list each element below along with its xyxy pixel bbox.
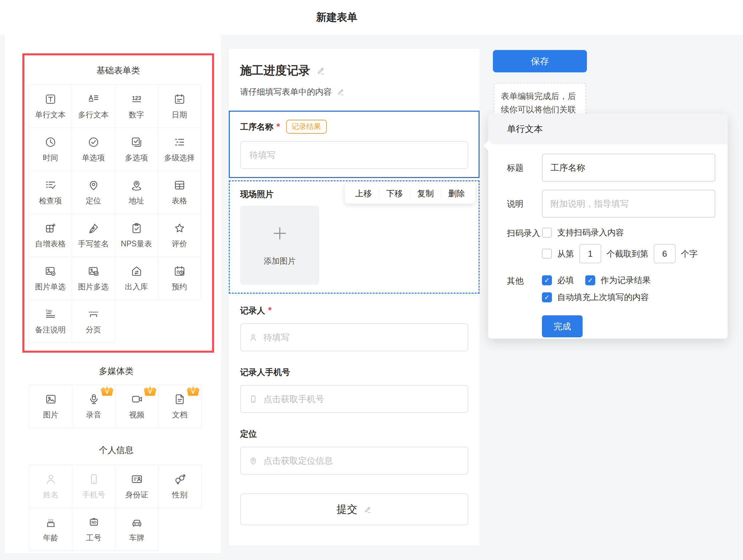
palette-item-employee-id[interactable]: 工号 xyxy=(72,508,116,551)
edit-submit-icon[interactable] xyxy=(363,505,372,514)
form-field-process-name-selected[interactable]: 工序名称 * 记录结果 xyxy=(229,111,480,178)
clock-icon xyxy=(44,136,57,148)
palette-item-label: 自增表格 xyxy=(35,239,66,249)
palette-item-time[interactable]: 时间 xyxy=(29,128,72,171)
palette-item-multi-level-select[interactable]: 多级选择 xyxy=(158,128,201,171)
calendar-clock-icon xyxy=(173,265,186,277)
star-icon xyxy=(173,222,186,234)
palette-item-check-item[interactable]: 检查项 xyxy=(29,171,72,214)
palette-item-auto-increment-table[interactable]: 自增表格 xyxy=(29,214,72,257)
palette-item-page-break[interactable]: 分页 xyxy=(72,300,115,343)
palette-item-label: 姓名 xyxy=(43,490,58,500)
truncate-to-input[interactable] xyxy=(654,244,675,263)
palette-item-label: 图片单选 xyxy=(35,282,66,292)
palette-item-video[interactable]: V视频 xyxy=(115,385,159,428)
recorder-phone-input-box[interactable] xyxy=(240,385,468,413)
palette-item-number[interactable]: 数字 xyxy=(115,85,158,128)
recorder-input[interactable] xyxy=(263,332,460,343)
edit-title-icon[interactable] xyxy=(316,66,325,75)
gender-icon xyxy=(174,473,186,485)
vip-badge: V xyxy=(144,386,157,396)
scan-from-label: 从第 xyxy=(557,248,574,259)
person-icon xyxy=(249,333,258,342)
scan-support-checkbox[interactable] xyxy=(542,228,552,238)
save-button[interactable]: 保存 xyxy=(493,50,587,72)
palette-item-multi-choice[interactable]: 多选项 xyxy=(115,128,158,171)
required-checkbox-checked[interactable] xyxy=(542,275,552,285)
field-palette-sidebar: 基础表单类 单行文本 多行文本 数字 日期 时间 单选项 多选项 多级选择 检查… xyxy=(5,35,221,553)
new-form-builder-page: 新建表单 基础表单类 单行文本 多行文本 数字 日期 时间 单选项 多选项 多级… xyxy=(0,0,743,560)
palette-item-booking[interactable]: 预约 xyxy=(158,256,201,300)
checklist-icon xyxy=(44,179,57,191)
done-button[interactable]: 完成 xyxy=(542,315,582,337)
palette-item-label: 日期 xyxy=(172,110,187,120)
birthday-cake-icon xyxy=(45,516,57,528)
vip-badge: V xyxy=(101,386,114,396)
submit-button[interactable]: 提交 xyxy=(240,493,468,525)
scan-suffix-label: 个字 xyxy=(681,248,698,259)
move-down-button[interactable]: 下移 xyxy=(379,188,410,199)
palette-item-rating[interactable]: 评价 xyxy=(158,214,201,257)
palette-item-nps-scale[interactable]: NPS量表 xyxy=(115,214,158,257)
form-header: 施工进度记录 请仔细填写表单中的内容 xyxy=(229,49,480,97)
page-header: 新建表单 xyxy=(0,0,743,35)
delete-button[interactable]: 删除 xyxy=(441,188,472,199)
single-line-text-icon xyxy=(44,93,57,105)
palette-item-multi-line-text[interactable]: 多行文本 xyxy=(72,85,115,128)
palette-item-label: 工号 xyxy=(86,533,101,543)
microphone-icon xyxy=(88,393,100,405)
palette-item-signature[interactable]: 手写签名 xyxy=(72,214,115,257)
process-name-input-box[interactable] xyxy=(240,141,468,169)
palette-item-id-card[interactable]: 身份证 xyxy=(115,465,159,508)
palette-item-image-multi-choice[interactable]: 图片多选 xyxy=(72,256,115,300)
palette-item-age[interactable]: 年龄 xyxy=(29,508,72,551)
form-field-recorder-phone[interactable]: 记录人手机号 xyxy=(229,367,480,413)
image-icon xyxy=(45,393,57,405)
palette-item-label: 身份证 xyxy=(125,490,148,500)
palette-item-warehouse-in-out[interactable]: 出入库 xyxy=(115,256,158,300)
palette-item-note[interactable]: 备注说明 xyxy=(29,300,72,343)
recorder-phone-input[interactable] xyxy=(263,394,460,405)
other-row-label: 其他 xyxy=(507,275,542,286)
palette-item-image-single-choice[interactable]: 图片单选 xyxy=(29,256,72,300)
palette-item-image[interactable]: 图片 xyxy=(29,385,72,428)
form-field-location[interactable]: 定位 xyxy=(229,428,480,475)
form-field-recorder[interactable]: 记录人 * xyxy=(229,305,480,351)
cascader-icon xyxy=(173,136,186,148)
palette-item-label: 检查项 xyxy=(39,196,62,206)
location-input[interactable] xyxy=(263,455,460,466)
person-icon xyxy=(45,473,57,485)
vip-badge: V xyxy=(187,386,200,396)
truncate-from-input[interactable] xyxy=(579,244,601,263)
pen-nib-icon xyxy=(87,222,100,234)
field-description-input[interactable] xyxy=(542,190,715,218)
add-photo-button[interactable]: 添加图片 xyxy=(240,206,319,285)
palette-item-mobile: 手机号 xyxy=(72,465,116,508)
scan-truncate-checkbox[interactable] xyxy=(542,249,552,259)
number-icon xyxy=(130,93,143,105)
palette-item-date[interactable]: 日期 xyxy=(158,85,201,128)
palette-item-location[interactable]: 定位 xyxy=(72,171,115,214)
palette-item-label: 预约 xyxy=(172,282,187,292)
process-name-input[interactable] xyxy=(249,150,460,161)
recorder-input-box[interactable] xyxy=(240,323,468,351)
palette-item-table[interactable]: 表格 xyxy=(158,171,201,214)
form-field-site-photo[interactable]: 上移 下移 复制 删除 现场照片 添加图片 xyxy=(229,180,480,294)
field-action-toolbar: 上移 下移 复制 删除 xyxy=(345,183,475,204)
palette-item-audio[interactable]: V录音 xyxy=(72,385,116,428)
palette-item-single-line-text[interactable]: 单行文本 xyxy=(29,85,72,128)
field-title-input[interactable] xyxy=(542,154,715,182)
basic-fields-grid: 单行文本 多行文本 数字 日期 时间 单选项 多选项 多级选择 检查项 定位 地… xyxy=(29,85,204,343)
copy-button[interactable]: 复制 xyxy=(410,188,441,199)
autofill-checkbox-checked[interactable] xyxy=(542,292,552,302)
palette-item-address[interactable]: 地址 xyxy=(115,171,158,214)
edit-subtitle-icon[interactable] xyxy=(337,88,345,96)
location-input-box[interactable] xyxy=(240,447,468,475)
palette-item-license-plate[interactable]: 车牌 xyxy=(115,508,159,551)
move-up-button[interactable]: 上移 xyxy=(348,188,379,199)
palette-item-label: 手写签名 xyxy=(78,239,109,249)
palette-item-single-choice[interactable]: 单选项 xyxy=(72,128,115,171)
record-result-checkbox-checked[interactable] xyxy=(585,275,595,285)
palette-item-document[interactable]: V文档 xyxy=(158,385,202,428)
palette-item-gender[interactable]: 性别 xyxy=(158,465,202,508)
